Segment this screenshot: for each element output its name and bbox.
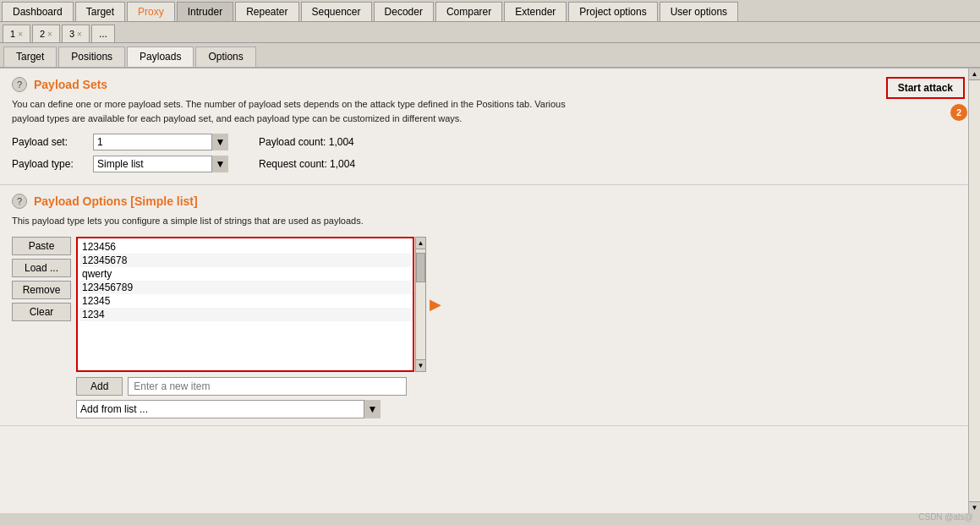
payload-options-header: ? Payload Options [Simple list] [12, 194, 968, 209]
tab-proxy[interactable]: Proxy [127, 2, 175, 21]
list-item: 12345 [79, 294, 411, 308]
subtab-1-close[interactable]: × [18, 30, 23, 39]
list-scrollbar: ▲ ▼ [415, 237, 426, 372]
add-row: Add [76, 377, 968, 396]
payload-set-label: Payload set: [12, 136, 88, 148]
add-input[interactable] [128, 377, 407, 396]
subtab-1-label: 1 [10, 29, 15, 39]
main-scroll-track [969, 80, 980, 501]
tab-user-options[interactable]: User options [660, 2, 738, 21]
payload-buttons: Paste Load ... Remove Clear [12, 237, 71, 372]
payload-options-help[interactable]: ? [12, 194, 27, 209]
scroll-track [416, 249, 425, 359]
scroll-up-btn[interactable]: ▲ [416, 238, 425, 249]
payload-list-container: 123456 12345678 qwerty 123456789 12345 1… [76, 237, 414, 372]
list-item: 123456789 [79, 281, 411, 294]
load-button[interactable]: Load ... [12, 259, 71, 277]
subtab-2-close[interactable]: × [47, 30, 52, 39]
subtab-3[interactable]: 3 × [62, 25, 90, 42]
scroll-thumb[interactable] [416, 253, 425, 282]
list-item: 123456 [79, 240, 411, 254]
tab-comparer[interactable]: Comparer [435, 2, 502, 21]
main-scroll-down[interactable]: ▼ [969, 501, 980, 513]
payload-set-row: Payload set: 1 ▼ Payload count: 1,004 [12, 134, 968, 150]
tab-target[interactable]: Target [75, 2, 125, 21]
tab-target-inner[interactable]: Target [3, 46, 57, 67]
payload-set-select-wrapper: 1 ▼ [93, 134, 228, 150]
subtab-3-label: 3 [69, 29, 74, 39]
payload-type-select-wrapper: Simple list ▼ [93, 156, 228, 172]
payload-sets-help[interactable]: ? [12, 77, 27, 92]
payload-options-title: Payload Options [Simple list] [34, 194, 198, 208]
clear-button[interactable]: Clear [12, 303, 71, 321]
remove-button[interactable]: Remove [12, 281, 71, 299]
payload-options-area: Paste Load ... Remove Clear 123456 12345… [12, 237, 968, 372]
tab-decoder[interactable]: Decoder [374, 2, 434, 21]
add-from-list-select[interactable]: Add from list ... [76, 400, 381, 418]
tab-options[interactable]: Options [195, 46, 255, 67]
main-content: Start attack 2 ? Payload Sets You can de… [0, 68, 980, 513]
add-from-list-wrapper: Add from list ... ▼ [76, 400, 381, 418]
payload-count-text: Payload count: 1,004 [259, 136, 354, 148]
request-count-text: Request count: 1,004 [259, 158, 355, 170]
tab-payloads[interactable]: Payloads [127, 46, 194, 67]
scroll-down-btn[interactable]: ▼ [416, 359, 425, 371]
main-scrollbar: ▲ ▼ [968, 68, 980, 513]
list-item: qwerty [79, 267, 411, 281]
payload-sets-header: ? Payload Sets [12, 77, 968, 92]
payload-set-select[interactable]: 1 [93, 134, 228, 150]
tab-dashboard[interactable]: Dashboard [2, 2, 74, 21]
list-item: 1234 [79, 308, 411, 321]
payload-type-select[interactable]: Simple list [93, 156, 228, 172]
watermark: CSDN @ats@ [918, 512, 973, 522]
subtab-2-label: 2 [40, 29, 45, 39]
payload-list[interactable]: 123456 12345678 qwerty 123456789 12345 1… [76, 237, 414, 372]
payload-options-desc: This payload type lets you configure a s… [12, 214, 790, 228]
payload-type-row: Payload type: Simple list ▼ Request coun… [12, 156, 968, 172]
add-from-list-row: Add from list ... ▼ [76, 400, 968, 418]
main-scroll-up[interactable]: ▲ [969, 68, 980, 80]
payload-options-section: 1 ? Payload Options [Simple list] This p… [0, 185, 980, 426]
sub-tabs-row: 1 × 2 × 3 × ... [0, 22, 980, 43]
tab-repeater[interactable]: Repeater [235, 2, 298, 21]
right-arrow-icon: ▶ [430, 295, 441, 314]
subtab-more[interactable]: ... [91, 25, 115, 42]
add-button[interactable]: Add [76, 377, 123, 396]
subtab-2[interactable]: 2 × [32, 25, 60, 42]
tab-project-options[interactable]: Project options [568, 2, 657, 21]
tab-sequencer[interactable]: Sequencer [301, 2, 372, 21]
tab-positions[interactable]: Positions [58, 46, 125, 67]
start-attack-button[interactable]: Start attack [886, 77, 965, 99]
payload-sets-desc: You can define one or more payload sets.… [12, 97, 790, 125]
subtab-1[interactable]: 1 × [3, 25, 30, 42]
inner-tabs: Target Positions Payloads Options [0, 43, 980, 68]
badge-start-attack: 2 [950, 104, 967, 121]
tab-extender[interactable]: Extender [504, 2, 567, 21]
payload-type-label: Payload type: [12, 158, 88, 170]
tab-intruder[interactable]: Intruder [177, 2, 233, 21]
subtab-3-close[interactable]: × [77, 30, 82, 39]
list-item: 12345678 [79, 254, 411, 267]
payload-sets-title: Payload Sets [34, 78, 107, 91]
paste-button[interactable]: Paste [12, 237, 71, 255]
payload-sets-section: Start attack 2 ? Payload Sets You can de… [0, 68, 980, 185]
nav-tabs: Dashboard Target Proxy Intruder Repeater… [0, 0, 980, 22]
